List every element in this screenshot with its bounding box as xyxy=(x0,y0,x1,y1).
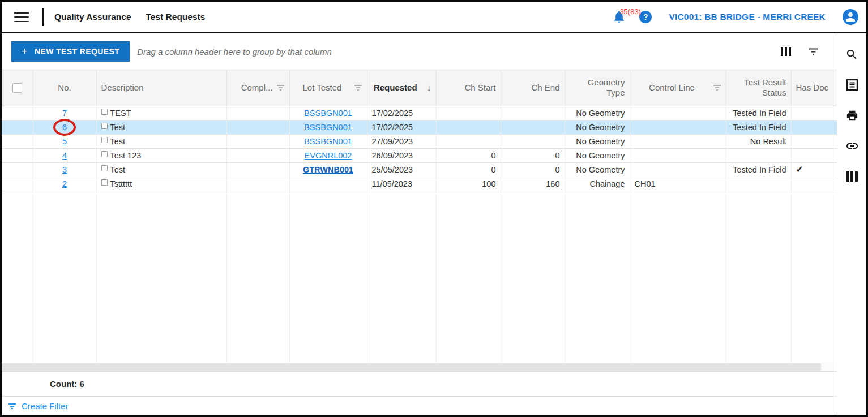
scrollbar-thumb[interactable] xyxy=(2,363,821,371)
request-number-link[interactable]: 6 xyxy=(62,123,67,132)
menu-icon[interactable] xyxy=(14,12,29,22)
cell-no: 2 xyxy=(33,177,96,191)
column-header-description[interactable]: Description xyxy=(96,70,226,106)
cell-lot_tested: BSSBGN001 xyxy=(289,106,367,120)
column-header-lot-tested[interactable]: Lot Tested xyxy=(289,70,367,106)
request-number-link[interactable]: 2 xyxy=(62,179,67,188)
column-filter-icon[interactable] xyxy=(354,84,362,91)
cell-no: 6 xyxy=(33,120,96,134)
cell-geometry_type: Chainage xyxy=(565,177,630,191)
column-header-test-result-status[interactable]: Test Result Status xyxy=(726,70,791,106)
notifications-button[interactable]: 35(83) xyxy=(612,10,627,24)
row-checkbox[interactable] xyxy=(101,179,108,186)
cell-ch_start: 0 xyxy=(436,162,501,177)
cell-ch_end: 0 xyxy=(501,148,565,162)
cell-select xyxy=(2,162,33,177)
create-filter-button[interactable]: Create Filter xyxy=(2,397,837,415)
row-checkbox[interactable] xyxy=(101,151,108,157)
column-header-control-line[interactable]: Control Line xyxy=(630,70,726,106)
column-header-geometry-type[interactable]: Geometry Type xyxy=(565,70,630,106)
lot-tested-link[interactable]: BSSBGN001 xyxy=(304,137,352,146)
link-icon[interactable] xyxy=(845,139,860,153)
header-row: No. Description Compl... Lot Tested xyxy=(2,70,837,106)
row-checkbox[interactable] xyxy=(101,165,108,171)
table-row[interactable]: 7TESTBSSBGN00117/02/2025No GeometryTeste… xyxy=(2,106,837,120)
request-number-link[interactable]: 4 xyxy=(62,151,67,160)
cell-control_line xyxy=(630,148,726,162)
select-all-checkbox[interactable] xyxy=(12,83,22,93)
table-row[interactable]: 6TestBSSBGN00117/02/2025No GeometryTeste… xyxy=(2,120,837,134)
table-row[interactable]: 4Test 123EVGNRL00226/09/202300No Geometr… xyxy=(2,148,837,162)
cell-no: 7 xyxy=(33,106,96,120)
cell-select xyxy=(2,177,33,191)
cell-lot_tested: EVGNRL002 xyxy=(289,148,367,162)
column-filter-icon[interactable] xyxy=(276,84,285,91)
lot-tested-link[interactable]: GTRWNB001 xyxy=(303,165,353,174)
column-header-ch-start[interactable]: Ch Start xyxy=(436,70,501,106)
filler-cell xyxy=(726,191,791,363)
column-header-requested[interactable]: Requested ↓ xyxy=(367,70,436,106)
lot-tested-link[interactable]: BSSBGN001 xyxy=(304,109,352,118)
help-button[interactable]: ? xyxy=(639,11,652,23)
request-number-link[interactable]: 5 xyxy=(62,137,67,146)
cell-requested: 11/05/2023 xyxy=(367,177,436,191)
columns-icon[interactable] xyxy=(845,169,860,184)
cell-ch_end xyxy=(501,134,565,148)
horizontal-scrollbar[interactable] xyxy=(2,363,837,371)
request-number-link[interactable]: 7 xyxy=(62,109,67,118)
column-header-ch-end[interactable]: Ch End xyxy=(501,70,565,106)
cell-geometry_type: No Geometry xyxy=(565,162,630,177)
column-header-has-doc[interactable]: Has Doc xyxy=(791,70,837,106)
cell-lot_tested xyxy=(289,177,367,191)
cell-compl xyxy=(226,120,289,134)
row-checkbox[interactable] xyxy=(101,137,108,143)
question-mark-icon: ? xyxy=(643,12,648,22)
cell-ch_start xyxy=(436,106,501,120)
cell-geometry_type: No Geometry xyxy=(565,148,630,162)
cell-select xyxy=(2,120,33,134)
print-icon[interactable] xyxy=(845,108,860,123)
table-row[interactable]: 5TestBSSBGN00127/09/2023No GeometryNo Re… xyxy=(2,134,837,148)
cell-has_doc xyxy=(791,106,837,120)
cell-requested: 25/05/2023 xyxy=(367,162,436,177)
filler-cell xyxy=(791,191,837,363)
column-filter-icon[interactable] xyxy=(713,84,721,91)
cell-has_doc xyxy=(791,120,837,134)
row-checkbox[interactable] xyxy=(101,123,108,129)
page-title-section: Test Requests xyxy=(146,12,206,22)
user-avatar-button[interactable] xyxy=(843,9,858,25)
cell-requested: 26/09/2023 xyxy=(367,148,436,162)
filler-cell xyxy=(289,191,367,363)
new-test-request-button[interactable]: + NEW TEST REQUEST xyxy=(11,41,130,62)
cell-description: Test xyxy=(96,120,226,134)
summary-row: Count: 6 xyxy=(2,371,837,397)
cell-test_result_status: Tested In Field xyxy=(726,106,791,120)
column-chooser-icon[interactable] xyxy=(781,47,792,56)
filter-builder-icon[interactable] xyxy=(808,48,819,56)
request-number-link[interactable]: 3 xyxy=(62,165,67,174)
filler-cell xyxy=(226,191,289,363)
cell-ch_start: 0 xyxy=(436,148,501,162)
cell-test_result_status xyxy=(726,148,791,162)
row-checkbox[interactable] xyxy=(101,109,108,115)
table-row[interactable]: 3TestGTRWNB00125/05/202300No GeometryTes… xyxy=(2,162,837,177)
search-icon[interactable] xyxy=(845,47,860,62)
cell-has_doc xyxy=(791,148,837,162)
column-header-no[interactable]: No. xyxy=(33,70,96,106)
cell-compl xyxy=(226,106,289,120)
cell-has_doc: ✓ xyxy=(791,162,837,177)
table-row[interactable]: 2Tstttttt11/05/2023100160ChainageCH01 xyxy=(2,177,837,191)
lot-tested-link[interactable]: BSSBGN001 xyxy=(304,123,352,132)
plus-icon: + xyxy=(22,46,28,58)
new-test-request-label: NEW TEST REQUEST xyxy=(35,47,119,56)
column-header-select xyxy=(2,70,33,106)
cell-description: TEST xyxy=(96,106,226,120)
title-divider xyxy=(42,8,44,26)
cell-description: Test xyxy=(96,134,226,148)
lot-tested-link[interactable]: EVGNRL002 xyxy=(305,151,352,160)
column-header-compl[interactable]: Compl... xyxy=(226,70,289,106)
cell-select xyxy=(2,134,33,148)
project-selector[interactable]: VIC001: BB BRIDGE - MERRI CREEK xyxy=(669,12,826,22)
cell-ch_end xyxy=(501,106,565,120)
details-list-icon[interactable] xyxy=(845,78,860,92)
